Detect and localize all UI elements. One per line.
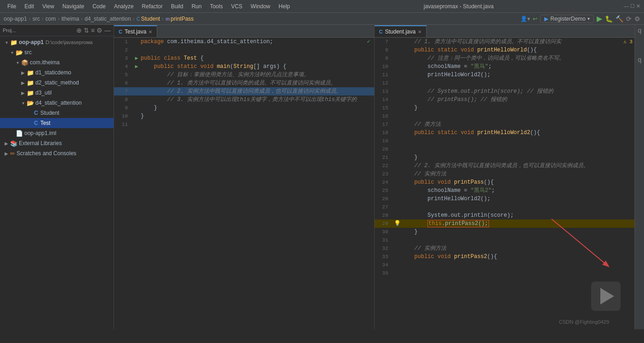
run-gutter-3[interactable]: ▶ [133,54,140,62]
tree-item-Student[interactable]: ▶ C Student [0,108,114,118]
run-config-selector[interactable]: ▶ RegisterDemo ▾ [540,15,594,23]
tab-test-java[interactable]: C Test.java ✕ [114,25,157,37]
tree-label-d1: d1_staticdemo [35,69,71,76]
tree-item-d1[interactable]: ▶ 📁 d1_staticdemo [0,67,114,78]
tree-item-Test[interactable]: ▶ C Test [0,118,114,128]
r-code-line-18: 18 public static void printHelloWorld2()… [375,129,635,137]
tab-test-close[interactable]: ✕ [148,29,152,34]
menu-view[interactable]: View [39,2,58,11]
src-folder-icon: 📂 [16,49,23,56]
tree-item-src[interactable]: ▾ 📂 src [0,47,114,57]
ext-libs-icon: 📚 [10,140,17,147]
editors-row: C Test.java ✕ 1 package com.itheima.d4_s… [114,25,644,329]
r-code-line-34: 34 [375,261,635,269]
r-code-line-23: 23 // 实例方法 [375,170,635,178]
breadcrumb-package[interactable]: d4_static_attention [85,16,131,22]
tree-item-scratches[interactable]: ▶ ✏ Scratches and Consoles [0,148,114,158]
tree-arrow-com-itheima: ▾ [15,60,20,65]
menu-tools[interactable]: Tools [206,2,227,11]
r-code-line-22: 22 // 2. 实例方法中既可以直接访问类成员，也可以直接访问实例成员。 [375,162,635,170]
run-overlay[interactable] [591,281,621,311]
tree-arrow-d4: ▾ [20,101,26,106]
bulb-icon[interactable]: 💡 [394,220,401,227]
sidebar-scroll-icon[interactable]: q [638,27,642,34]
tree-label-iml: oop-app1.iml [24,130,56,136]
class-icon-test: C [34,120,38,126]
r-code-line-30: 30 } [375,228,635,236]
collapse-icon[interactable]: ≡ [91,27,95,34]
r-code-line-29: 29 💡 this.printPass2(); [375,219,635,228]
r-code-line-28: 28 System.out.println(score); [375,211,635,219]
project-panel: Proj... ⊕ ⇅ ≡ ⚙ — ▾ 📁 oop-app1 D:\code\j… [0,25,114,329]
tree-arrow-oop-app1: ▾ [4,40,9,45]
watermark: CSDN @Fighting0429 [559,319,609,325]
main-layout: Proj... ⊕ ⇅ ≡ ⚙ — ▾ 📁 oop-app1 D:\code\j… [0,25,644,329]
menu-code[interactable]: Code [89,2,109,11]
tree-view: ▾ 📁 oop-app1 D:\code\javaseprома ▾ 📂 src… [0,36,114,329]
breadcrumb-itheima[interactable]: itheima [61,16,79,22]
r-code-line-24: 24 public void printPass(){ [375,178,635,186]
menu-vcs[interactable]: VCS [228,2,246,11]
tree-item-com-itheima[interactable]: ▾ 📦 com.itheima [0,57,114,67]
debug-button[interactable]: 🐛 [605,15,613,22]
breadcrumb-com[interactable]: com [46,16,56,22]
code-line-11: 11 [114,120,374,129]
menu-edit[interactable]: Edit [21,2,38,11]
window-controls[interactable]: — ☐ ✕ [624,3,640,9]
r-code-line-15: 15 } [375,104,635,112]
menu-build[interactable]: Build [167,2,187,11]
tab-student-java[interactable]: C Student.java ✕ [375,25,427,37]
r-code-line-19: 19 [375,137,635,145]
r-code-line-16: 16 [375,112,635,120]
tree-item-d3[interactable]: ▶ 📁 d3_util [0,88,114,98]
app-title: javasepromax - Student.java [424,3,494,10]
build-button[interactable]: 🔨 [616,15,623,22]
tree-label-scratches: Scratches and Consoles [17,150,76,157]
menu-bar: File Edit View Navigate Code Analyze Ref… [0,0,644,13]
package-icon-d1: 📁 [27,69,34,76]
breadcrumb-method[interactable]: mprintPass [165,16,194,22]
scratches-icon: ✏ [10,150,15,157]
tree-label-d2: d2_static_method [35,79,79,86]
menu-window[interactable]: Window [247,2,274,11]
menu-navigate[interactable]: Navigate [59,2,88,11]
breadcrumb-src[interactable]: src [33,16,40,22]
tree-item-ext-libs[interactable]: ▶ 📚 External Libraries [0,138,114,148]
class-icon-student: C [34,110,38,116]
tree-label-test: Test [40,120,51,126]
code-view-left[interactable]: 1 package com.itheima.d4_static_attentio… [114,38,374,329]
back-icon[interactable]: ↩ [533,16,537,22]
menu-analyze[interactable]: Analyze [110,2,137,11]
profile-icon[interactable]: 👤▾ [520,16,530,22]
editor-pane-right: C Student.java ✕ 7 // 1. 类方法中可以直接访问类的成员。… [375,25,635,329]
tree-label-com-itheima: com.itheima [30,59,60,66]
tree-label-d3: d3_util [35,90,51,96]
sidebar-scroll-icon-2[interactable]: q [638,56,642,63]
add-icon[interactable]: ⊕ [76,27,82,34]
breadcrumb-class[interactable]: CStudent [137,16,160,22]
tree-item-d2[interactable]: ▶ 📁 d2_static_method [0,78,114,88]
menu-help[interactable]: Help [275,2,294,11]
run-gutter-4[interactable]: ▶ [133,62,140,71]
update-button[interactable]: ⟳ [626,15,632,22]
settings-button[interactable]: ⚙ [634,15,640,22]
tree-item-iml[interactable]: ▶ 📄 oop-app1.iml [0,128,114,138]
r-code-line-11: 11 printHelloWorld2(); [375,71,635,79]
close-panel-icon[interactable]: — [104,27,111,34]
r-code-line-13: 13 // System.out.println(score); // 报错的 [375,87,635,96]
tab-student-close[interactable]: ✕ [418,29,422,34]
code-line-4: 4 ▶ public static void main(String[] arg… [114,62,374,71]
breadcrumb-project[interactable]: oop-app1 [4,16,27,22]
tree-item-oop-app1[interactable]: ▾ 📁 oop-app1 D:\code\javaseprома [0,37,114,47]
menu-file[interactable]: File [4,2,20,11]
tree-label-ext-libs: External Libraries [19,140,62,146]
gear-icon[interactable]: ⚙ [97,27,103,34]
r-code-line-7: 7 // 1. 类方法中可以直接访问类的成员。不可以直接访问实 ⚠ 3 [375,38,635,46]
sync-icon[interactable]: ⇅ [84,27,89,34]
tree-item-d4[interactable]: ▾ 📂 d4_static_attention [0,98,114,108]
menu-refactor[interactable]: Refactor [138,2,166,11]
menu-run[interactable]: Run [188,2,205,11]
editor-area: C Test.java ✕ 1 package com.itheima.d4_s… [114,25,644,329]
package-icon-d4: 📂 [27,100,34,107]
run-button[interactable]: ▶ [597,14,602,23]
